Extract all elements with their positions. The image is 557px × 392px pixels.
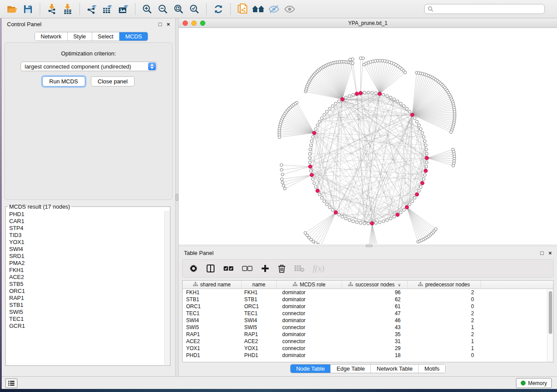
zoom-selected-icon[interactable]	[187, 3, 202, 16]
mcds-result-item[interactable]: GCR1	[6, 323, 164, 330]
network-node[interactable]	[308, 161, 311, 164]
mcds-result-item[interactable]: SWI5	[6, 309, 164, 316]
network-dominator-node[interactable]	[312, 131, 316, 134]
run-mcds-button[interactable]: Run MCDS	[42, 76, 85, 86]
network-dominator-node[interactable]	[411, 113, 414, 117]
network-node[interactable]	[280, 178, 284, 181]
network-node[interactable]	[348, 219, 351, 222]
mcds-result-item[interactable]: ORC1	[6, 288, 164, 295]
mcds-result-item[interactable]: CAR1	[6, 218, 164, 225]
mcds-result-item[interactable]: STB5	[6, 281, 164, 288]
close-table-panel-icon[interactable]: ×	[548, 250, 552, 256]
network-node[interactable]	[314, 242, 317, 244]
column-header-name[interactable]: name	[242, 281, 277, 289]
network-node[interactable]	[386, 219, 389, 222]
network-node[interactable]	[404, 71, 407, 74]
network-node[interactable]	[320, 196, 323, 199]
network-node[interactable]	[280, 168, 283, 172]
network-dominator-node[interactable]	[359, 91, 362, 95]
network-node[interactable]	[408, 110, 411, 113]
tab-mcds[interactable]: MCDS	[119, 32, 148, 41]
network-dominator-node[interactable]	[378, 92, 381, 96]
mcds-result-item[interactable]: SWI4	[6, 246, 164, 253]
delete-column-icon[interactable]	[278, 264, 286, 273]
tab-network[interactable]: Network	[35, 32, 67, 41]
import-network-icon[interactable]	[44, 3, 60, 16]
mcds-result-item[interactable]: TID3	[6, 232, 164, 239]
network-node[interactable]	[309, 144, 312, 147]
column-header-successor-nodes[interactable]: successor nodes∨	[342, 281, 408, 289]
save-icon[interactable]	[20, 3, 36, 16]
network-node[interactable]	[393, 98, 396, 101]
network-node[interactable]	[359, 221, 362, 224]
network-node[interactable]	[352, 93, 355, 96]
zoom-fit-icon[interactable]	[171, 3, 187, 16]
network-node[interactable]	[402, 209, 405, 212]
task-history-button[interactable]	[5, 378, 17, 388]
table-row[interactable]: FKH1FKH1dominator962	[183, 289, 547, 296]
network-dominator-node[interactable]	[341, 97, 344, 101]
network-node[interactable]	[311, 135, 315, 138]
tab-style[interactable]: Style	[67, 32, 92, 41]
network-dominator-node[interactable]	[425, 156, 429, 160]
result-scrollbar[interactable]	[164, 211, 170, 365]
table-row[interactable]: SWI4SWI4dominator462	[183, 317, 547, 324]
network-node[interactable]	[309, 148, 312, 151]
network-node[interactable]	[425, 148, 428, 151]
sort-descending-icon[interactable]: ∨	[398, 282, 401, 287]
network-node[interactable]	[367, 91, 370, 94]
network-node[interactable]	[434, 227, 437, 230]
table-row[interactable]: YOX1YOX1connector291	[183, 345, 547, 352]
network-node[interactable]	[334, 102, 337, 105]
network-node[interactable]	[425, 165, 428, 168]
column-chooser-icon[interactable]	[206, 264, 215, 273]
float-panel-icon[interactable]: □	[159, 21, 162, 27]
network-node[interactable]	[282, 184, 285, 187]
network-node[interactable]	[423, 174, 426, 177]
network-node[interactable]	[316, 124, 319, 127]
network-titlebar[interactable]: YPA_prune.txt_1	[179, 18, 557, 28]
refresh-icon[interactable]	[211, 3, 226, 16]
network-node[interactable]	[402, 105, 405, 108]
table-row[interactable]: TEC1TEC1connector472	[183, 310, 547, 317]
network-node[interactable]	[389, 96, 392, 99]
mcds-result-item[interactable]: STP4	[6, 225, 164, 232]
network-node[interactable]	[344, 96, 347, 99]
network-node[interactable]	[311, 178, 315, 181]
tab-edge-table[interactable]: Edge Table	[330, 364, 370, 373]
table-row[interactable]: RAP1RAP1dominator352	[183, 331, 547, 338]
network-node[interactable]	[399, 211, 402, 214]
network-node[interactable]	[308, 157, 311, 160]
mcds-result-item[interactable]: TEC1	[6, 316, 164, 323]
network-node[interactable]	[418, 124, 421, 127]
network-node[interactable]	[367, 222, 370, 225]
network-node[interactable]	[352, 220, 355, 223]
network-dominator-node[interactable]	[370, 221, 374, 225]
export-table-icon[interactable]	[100, 3, 115, 16]
export-network-icon[interactable]	[84, 3, 100, 16]
first-neighbors-icon[interactable]	[250, 3, 266, 16]
network-node[interactable]	[281, 181, 284, 184]
network-node[interactable]	[411, 200, 414, 203]
network-node[interactable]	[382, 220, 385, 223]
network-node[interactable]	[320, 117, 323, 120]
select-all-columns-icon[interactable]	[223, 265, 234, 272]
tab-node-table[interactable]: Node Table	[291, 364, 331, 373]
close-panel-button[interactable]: Close panel	[91, 76, 135, 86]
network-node[interactable]	[331, 209, 334, 212]
network-node[interactable]	[413, 117, 416, 120]
network-node[interactable]	[405, 107, 408, 110]
network-node[interactable]	[419, 127, 422, 131]
network-node[interactable]	[323, 200, 326, 203]
zoom-in-icon[interactable]	[139, 3, 155, 16]
mcds-result-item[interactable]: FKH1	[6, 267, 164, 274]
search-input[interactable]	[436, 6, 544, 13]
window-zoom-icon[interactable]	[200, 21, 205, 26]
network-node[interactable]	[399, 102, 402, 105]
table-row[interactable]: ORC1ORC1dominator610	[183, 303, 547, 310]
network-node[interactable]	[396, 100, 399, 103]
network-canvas[interactable]	[179, 28, 557, 244]
column-header-MCDS-role[interactable]: MCDS role	[277, 281, 342, 289]
mcds-result-item[interactable]: PHD1	[6, 211, 164, 218]
network-node[interactable]	[378, 221, 381, 224]
